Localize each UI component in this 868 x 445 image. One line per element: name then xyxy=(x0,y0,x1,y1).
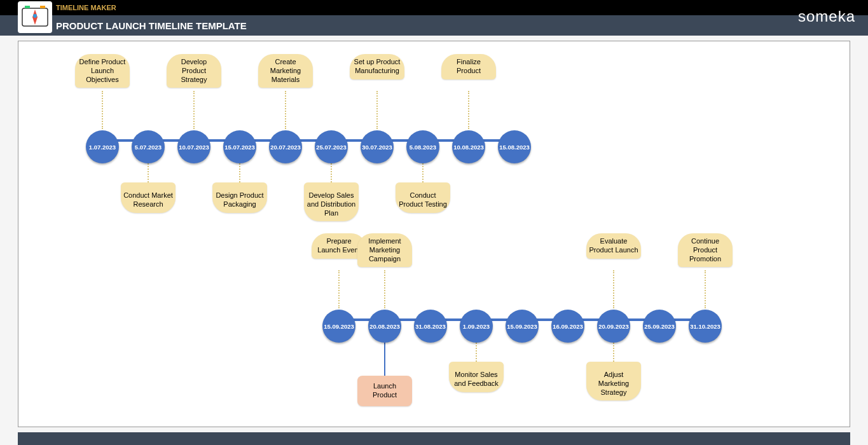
launch-stem xyxy=(384,343,385,376)
timeline-node[interactable]: 20.09.2023 xyxy=(597,310,630,343)
svg-rect-2 xyxy=(25,6,30,8)
app-logo-icon xyxy=(18,1,52,33)
callout-stem xyxy=(476,343,477,362)
callout-stem xyxy=(239,163,240,182)
timeline-node[interactable]: 20.07.2023 xyxy=(269,130,302,163)
callout-top[interactable]: Evaluate Product Launch xyxy=(586,233,641,259)
callout-stem xyxy=(613,343,614,362)
callout-bottom[interactable]: Conduct Product Testing xyxy=(396,182,450,213)
callout-launch[interactable]: Launch Product xyxy=(357,376,412,406)
timeline-node[interactable]: 25.07.2023 xyxy=(315,130,348,163)
callout-top[interactable]: Finalize Product xyxy=(441,54,496,79)
footer-bar xyxy=(18,432,850,445)
callout-top[interactable]: Implement Marketing Campaign xyxy=(357,233,412,267)
callout-stem xyxy=(148,163,149,182)
callout-top[interactable]: Develop Product Strategy xyxy=(167,54,221,88)
callout-bottom[interactable]: Monitor Sales and Feedback xyxy=(449,362,504,392)
timeline-node[interactable]: 5.07.2023 xyxy=(132,130,165,163)
callout-stem xyxy=(331,163,332,182)
timeline-node[interactable]: 31.10.2023 xyxy=(689,310,722,343)
callout-stem xyxy=(102,91,103,129)
callout-top[interactable]: Create Marketing Materials xyxy=(258,54,313,88)
timeline-node[interactable]: 20.08.2023 xyxy=(368,310,401,343)
callout-bottom[interactable]: Conduct Market Research xyxy=(121,182,176,213)
callout-stem xyxy=(193,91,195,129)
timeline-node[interactable]: 25.09.2023 xyxy=(643,310,676,343)
callout-top[interactable]: Continue Product Promotion xyxy=(678,233,733,267)
timeline-node[interactable]: 16.09.2023 xyxy=(551,310,584,343)
callout-top[interactable]: Define Product Launch Objectives xyxy=(75,54,130,88)
callout-stem xyxy=(384,270,385,308)
timeline-node[interactable]: 5.08.2023 xyxy=(406,130,439,163)
timeline-node[interactable]: 15.08.2023 xyxy=(498,130,531,163)
svg-rect-3 xyxy=(40,6,45,8)
callout-stem xyxy=(422,163,424,182)
timeline-node[interactable]: 10.08.2023 xyxy=(452,130,485,163)
timeline-node[interactable]: 30.07.2023 xyxy=(361,130,394,163)
callout-stem xyxy=(705,270,706,308)
timeline-node[interactable]: 15.07.2023 xyxy=(223,130,256,163)
callout-stem xyxy=(468,91,469,129)
header-sub: PRODUCT LAUNCH TIMELINE TEMPLATE xyxy=(0,15,868,36)
callout-bottom[interactable]: Design Product Packaging xyxy=(212,182,267,213)
timeline-node[interactable]: 31.08.2023 xyxy=(414,310,447,343)
timeline-node[interactable]: 10.07.2023 xyxy=(177,130,210,163)
timeline-node[interactable]: 15.09.2023 xyxy=(322,310,355,343)
callout-stem xyxy=(376,91,378,129)
callout-stem xyxy=(285,91,286,129)
timeline-node[interactable]: 1.09.2023 xyxy=(460,310,493,343)
header-top: TIMELINE MAKER someka xyxy=(0,0,868,15)
svg-point-1 xyxy=(33,14,37,18)
header-title: TIMELINE MAKER xyxy=(56,4,116,11)
timeline-canvas: 1.07.20235.07.202310.07.202315.07.202320… xyxy=(18,41,850,427)
callout-bottom[interactable]: Develop Sales and Distribution Plan xyxy=(304,182,359,221)
brand-logo: someka xyxy=(798,8,855,25)
callout-stem xyxy=(338,270,340,308)
header-subtitle: PRODUCT LAUNCH TIMELINE TEMPLATE xyxy=(56,20,247,31)
callout-top[interactable]: Set up Product Manufacturing xyxy=(350,54,404,79)
callout-bottom[interactable]: Adjust Marketing Strategy xyxy=(586,362,641,400)
callout-stem xyxy=(613,270,614,308)
timeline-node[interactable]: 15.09.2023 xyxy=(506,310,539,343)
timeline-node[interactable]: 1.07.2023 xyxy=(86,130,119,163)
